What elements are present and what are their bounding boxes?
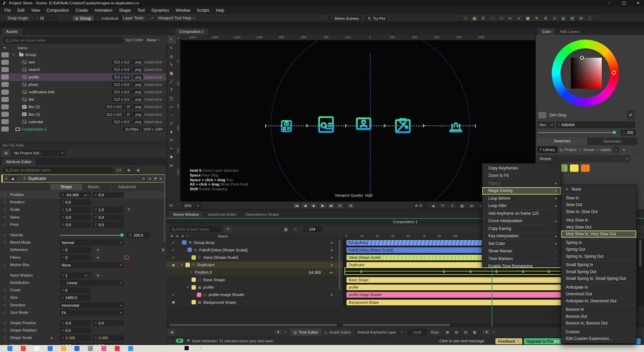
skew-y-field[interactable]: Y0.0 [93,214,124,220]
saturation-value-square[interactable] [571,58,602,89]
motion-path-icon[interactable]: ⇢ [497,15,505,21]
keyframe-diamond[interactable] [469,269,472,273]
color-swatch-chip[interactable] [581,164,590,172]
filter-solo-icon[interactable]: ▥ [282,226,290,233]
keyframe-dot-icon[interactable] [4,201,6,203]
text-tool-icon[interactable]: T [167,86,176,94]
easing-menu-item[interactable]: ● Very Slow Out [561,224,636,231]
app-gray[interactable] [88,346,93,351]
asset-color-swatch[interactable] [1,60,9,65]
next-message-link[interactable]: Click to see next message [439,339,484,343]
default-keyframe-layer-dropdown[interactable]: Default Keyframe Layer▾ [355,329,405,336]
easing-menu-item[interactable]: ● None [561,186,636,193]
layout-icon[interactable]: ▦ [458,203,466,209]
context-menu-item[interactable]: Add Keyframe on frame 115 [482,210,561,217]
alpha-slider-handle[interactable] [612,131,616,134]
easing-menu-item[interactable]: ● Anticipate In, Overshoot Out [561,298,636,305]
solo-circle-icon[interactable]: ○ [19,177,21,181]
keyframe-dot-icon[interactable] [4,296,6,299]
duplicator-header[interactable]: ▾ ◉ ○ ⠿ Duplicator ⊟ ◂▸ ⚑ ✕ [1,174,165,183]
track-attribute-name[interactable]: Position.X [195,270,212,274]
grid-menu-icon[interactable]: ∷ [169,339,171,343]
add-input-shape-button[interactable]: + [95,272,101,279]
menu-item[interactable]: Dynamics [149,8,172,13]
asset-row[interactable]: ▾ see 512 x 512 .png Used once [0,58,166,66]
position-y-field[interactable]: Y0.0 [93,192,124,198]
frame-f-icon[interactable]: F [479,15,487,21]
eyedropper-icon[interactable]: ✎ [627,110,635,119]
size-mode-dropdown[interactable]: Fit▾ [60,310,124,316]
easing-menu-item[interactable]: ● Slow In, Slow Out [561,208,636,215]
tab-composition-1[interactable]: Composition 1 [175,29,208,35]
scrollbar[interactable] [339,240,340,290]
asset-color-swatch[interactable] [1,52,9,57]
asset-row[interactable]: ▾ search 512 x 512 .png Used once [0,66,166,73]
layer-search-input[interactable]: Enter a layer name [169,226,222,232]
asset-color-swatch[interactable] [1,104,9,109]
spacing-tool-icon[interactable]: ⇄ [167,161,176,169]
layer-color-swatch[interactable] [192,300,196,304]
easing-menu-item[interactable]: ● Small Spring Out [561,268,636,275]
photo-heart-icon[interactable] [392,114,413,135]
upgrade-to-pro-button[interactable]: Upgrade to Pro [524,338,562,344]
asset-row[interactable]: ▾ notification-bell 512 x 512 .png Used … [0,88,166,96]
asset-color-swatch[interactable] [1,97,9,102]
chevron-down-icon[interactable]: ▾ [187,286,190,289]
app-grid-icon[interactable]: ⁙ [199,346,202,349]
labels-button[interactable]: ◊Labels [596,146,611,153]
menu-item[interactable]: Help [213,8,227,13]
context-menu-item[interactable]: Copy Keyframes [482,164,561,172]
snap-grid-icon[interactable]: # [448,203,457,209]
next-keyframe-icon[interactable]: ▸ [52,336,54,340]
individual-mode-button[interactable]: ⬚Individual [94,15,121,21]
direct-select-tool-icon[interactable]: ↖ [167,44,176,52]
close-icon[interactable]: ✕ [159,177,162,181]
settings-gear-icon[interactable]: ✱ [167,153,176,161]
menu-item[interactable]: Create [73,8,91,13]
keyframe-dot-icon[interactable] [4,289,6,291]
keyframe-dot-icon[interactable] [4,311,6,314]
project-folder-icon[interactable]: ▤ [2,150,10,156]
file-explorer[interactable] [61,346,66,351]
hex-field[interactable]: #646464 [556,121,635,128]
easing-menu-item[interactable]: ● Bounce In [561,306,636,313]
tab-add-layers[interactable]: Add Layers [556,29,583,35]
mail-app[interactable] [128,346,133,351]
add-layer-button[interactable]: + [224,226,232,232]
layer-color-swatch[interactable] [192,278,196,282]
link-xy-icon[interactable]: ⇅ [126,207,131,212]
grid-icon[interactable]: ⊞ [577,15,585,21]
selected-keyframe-track[interactable] [344,267,562,275]
ellipse-tool-icon[interactable]: ○ [167,111,176,119]
grid-dots-icon[interactable]: ∷ [462,15,470,21]
name-column-header[interactable]: Name [17,46,27,50]
tab-attribute-editor[interactable]: Attribute Editor [2,159,36,165]
playhead-line[interactable] [492,267,492,327]
feedback-button[interactable]: Feedback✎ [495,338,522,344]
rectangle-tool-icon[interactable]: ▭ [167,103,176,111]
asset-color-swatch[interactable] [1,119,9,124]
keyframe-dot-icon[interactable] [4,337,6,339]
multi-field[interactable]: multi [407,329,427,336]
asset-color-swatch[interactable] [1,74,9,80]
demo-scenes-button[interactable]: ⁖Demo Scenes [327,15,362,21]
windows-start[interactable] [7,346,12,351]
hue-handle[interactable] [612,70,616,75]
keyframe-dot-icon[interactable] [4,216,6,218]
keyframe-dot-icon[interactable] [4,322,6,324]
keyframe-diamond[interactable] [494,269,498,273]
keyframe-diamond[interactable] [521,269,525,273]
chevron-down-icon[interactable]: ▾ [5,177,7,180]
minimize-button[interactable]: – [602,0,616,7]
keyframe-nav-icons[interactable]: ◂▸ [330,248,333,252]
media-app[interactable] [115,346,120,351]
keyframe-dot-icon[interactable] [4,223,6,226]
add-deformer-button[interactable]: + [95,247,101,253]
flag-counter[interactable]: ◩0 [413,203,427,209]
distribute-button[interactable]: ⊠ [471,329,479,336]
keyframe-nav-icons[interactable]: ◂▸ [330,293,333,296]
asset-row[interactable]: ▾ like (1) 512 x 512 2f .png Used once [0,103,166,110]
fast-forward-icon[interactable]: ≫ [468,203,476,209]
sort-order-dropdown[interactable]: None▾ [147,38,159,42]
asset-color-swatch[interactable] [1,90,9,95]
